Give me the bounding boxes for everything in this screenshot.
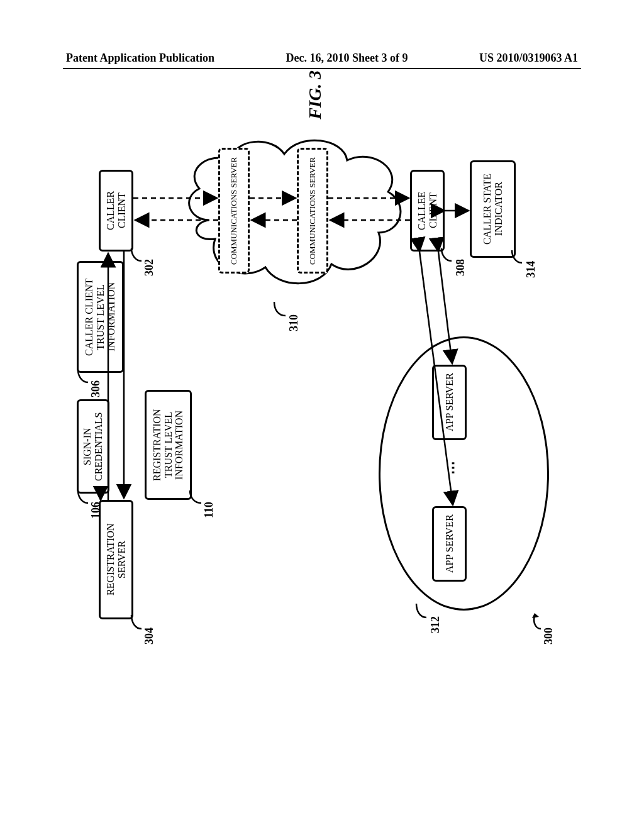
header-rule <box>63 68 581 69</box>
svg-line-12 <box>438 252 452 363</box>
page: Patent Application Publication Dec. 16, … <box>0 0 644 830</box>
leader-310 <box>273 302 292 318</box>
leader-306 <box>78 370 94 385</box>
leader-106 <box>78 490 94 506</box>
leader-300 <box>530 613 548 632</box>
page-header: Patent Application Publication Dec. 16, … <box>0 52 644 65</box>
svg-line-13 <box>419 252 453 505</box>
leader-308 <box>440 248 458 263</box>
leader-110 <box>189 490 208 506</box>
figure-label: FIG. 3 <box>305 70 325 119</box>
leader-302 <box>130 248 148 263</box>
header-left: Patent Application Publication <box>66 52 214 65</box>
figure-3-diagram: REGISTRATION SERVER SIGN-IN CREDENTIALS … <box>77 88 570 748</box>
header-center: Dec. 16, 2010 Sheet 3 of 9 <box>286 52 408 65</box>
connectors <box>77 88 570 748</box>
leader-312 <box>415 604 433 620</box>
leader-314 <box>511 250 528 265</box>
leader-304 <box>130 615 149 633</box>
header-right: US 2010/0319063 A1 <box>479 52 578 65</box>
